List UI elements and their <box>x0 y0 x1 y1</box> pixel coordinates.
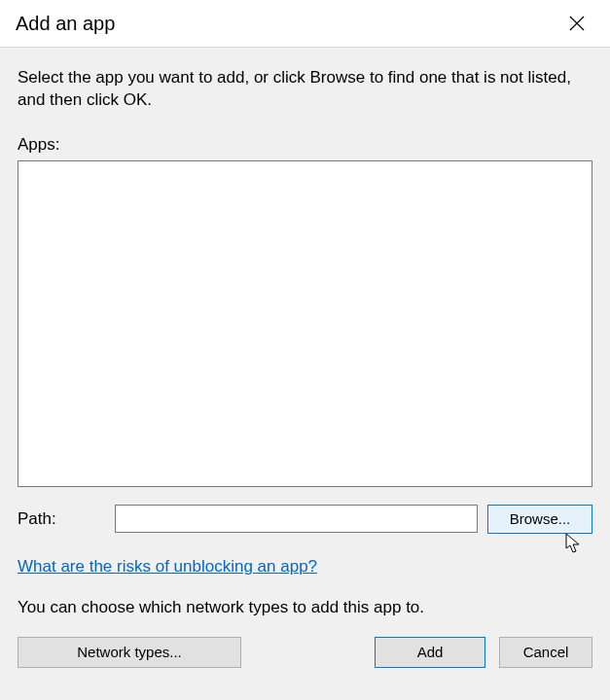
apps-listbox[interactable] <box>18 160 592 487</box>
risks-link[interactable]: What are the risks of unblocking an app? <box>18 557 592 577</box>
network-types-button[interactable]: Network types... <box>18 637 241 668</box>
cancel-button[interactable]: Cancel <box>499 637 592 668</box>
titlebar: Add an app <box>0 0 610 47</box>
dialog-title: Add an app <box>16 13 115 35</box>
path-row: Path: Browse... <box>18 505 592 534</box>
path-input[interactable] <box>115 505 478 533</box>
button-row: Network types... Add Cancel <box>18 637 592 668</box>
close-button[interactable] <box>557 4 596 43</box>
browse-button[interactable]: Browse... <box>487 505 592 534</box>
network-types-text: You can choose which network types to ad… <box>18 598 592 617</box>
close-icon <box>569 16 585 31</box>
apps-label: Apps: <box>18 135 592 155</box>
instructions-text: Select the app you want to add, or click… <box>18 67 592 112</box>
path-label: Path: <box>18 509 105 529</box>
add-button[interactable]: Add <box>375 637 485 668</box>
dialog-content: Select the app you want to add, or click… <box>0 47 610 700</box>
